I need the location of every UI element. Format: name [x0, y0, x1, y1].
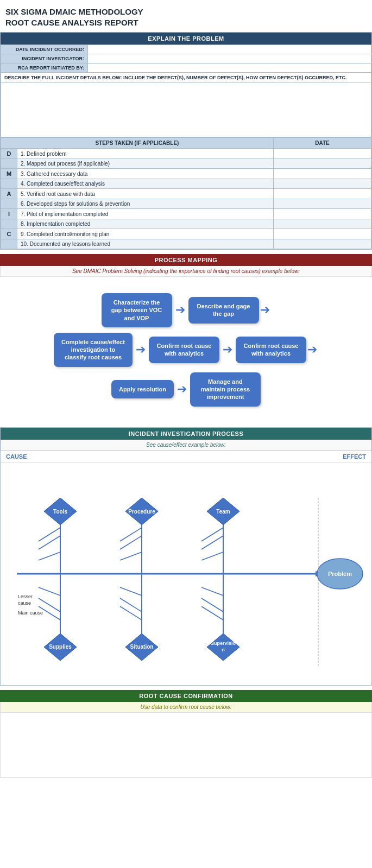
svg-line-13 [201, 528, 223, 541]
flow-row-3: Apply resolution ➔ Manage and maintain p… [5, 372, 367, 407]
flow-box-3: Confirm root cause with analytics [149, 337, 219, 363]
svg-line-24 [201, 587, 223, 595]
arrow-2: ➔ [136, 344, 146, 356]
phase-cell [1, 159, 17, 169]
investigator-row: INCIDENT INVESTIGATOR: [1, 54, 371, 64]
incident-header: Incident Investigation Process [1, 428, 371, 440]
step-row: A5. Verified root cause with data [1, 189, 371, 199]
date-cell[interactable] [274, 149, 371, 159]
svg-text:Situation: Situation [130, 644, 154, 650]
svg-line-20 [120, 587, 142, 595]
svg-line-19 [120, 598, 142, 612]
svg-text:Main cause: Main cause [18, 610, 43, 616]
svg-line-5 [39, 528, 60, 541]
svg-text:Team: Team [216, 509, 230, 515]
svg-line-23 [201, 598, 223, 612]
steps-col-header: STEPS TAKEN (IF APPLICABLE) [1, 138, 274, 149]
phase-cell: M [1, 169, 17, 179]
date-cell[interactable] [274, 189, 371, 199]
arrow-1: ➔ [260, 304, 270, 316]
flow-box-4: Confirm root cause with analytics [236, 337, 306, 363]
report-title-block: SIX SIGMA DMAIC METHODOLOGY ROOT CAUSE A… [0, 0, 372, 32]
flow-box-2: Complete cause/effect investigation to c… [54, 333, 133, 367]
step-row: 6. Developed steps for solutions & preve… [1, 199, 371, 209]
rca-value[interactable] [88, 64, 371, 73]
svg-text:Supervisio: Supervisio [211, 641, 236, 646]
date-cell[interactable] [274, 239, 371, 249]
cause-effect-row: CAUSE EFFECT [1, 451, 371, 462]
investigator-value[interactable] [88, 54, 371, 64]
step-row: 2. Mapped out process (if applicable) [1, 159, 371, 169]
flow-box-1: Describe and gage the gap [188, 297, 259, 324]
svg-text:Problem: Problem [328, 571, 352, 577]
svg-line-16 [39, 587, 60, 595]
step-row: M3. Gathered necessary data [1, 169, 371, 179]
date-cell[interactable] [274, 159, 371, 169]
date-cell[interactable] [274, 229, 371, 239]
investigator-label: INCIDENT INVESTIGATOR: [1, 54, 88, 64]
title-line1: SIX SIGMA DMAIC METHODOLOGY [5, 7, 367, 17]
rca-label: RCA REPORT INITIATED BY: [1, 64, 88, 73]
textarea-cell[interactable] [1, 83, 371, 137]
incident-sub: See cause/effect example below: [1, 440, 371, 451]
phase-cell [1, 199, 17, 209]
date-cell[interactable] [274, 199, 371, 209]
step-cell: 7. Pilot of implementation completed [17, 209, 274, 219]
step-cell: 6. Developed steps for solutions & preve… [17, 199, 274, 209]
phase-cell [1, 219, 17, 229]
phase-cell: C [1, 229, 17, 239]
svg-line-21 [120, 606, 142, 620]
svg-line-12 [201, 552, 223, 560]
svg-line-8 [120, 552, 142, 560]
phase-cell: I [1, 209, 17, 219]
flow-row-1: Characterize the gap between VOC and VOP… [5, 293, 367, 327]
date-cell[interactable] [274, 169, 371, 179]
process-mapping-header: PROCESS MAPPING [0, 254, 372, 266]
step-cell: 3. Gathered necessary data [17, 169, 274, 179]
date-cell[interactable] [274, 209, 371, 219]
describe-row: DESCRIBE THE FULL INCIDENT DETAILS BELOW… [1, 73, 371, 83]
textarea-row [1, 83, 371, 137]
step-cell: 9. Completed control/monitoring plan [17, 229, 274, 239]
date-value[interactable] [88, 45, 371, 54]
date-cell[interactable] [274, 219, 371, 229]
arrow-0: ➔ [175, 304, 185, 316]
date-cell[interactable] [274, 179, 371, 189]
svg-line-4 [39, 552, 60, 560]
root-cause-header: ROOT CAUSE CONFIRMATION [0, 690, 372, 702]
step-row: 8. Implementation completed [1, 219, 371, 229]
steps-table: STEPS TAKEN (IF APPLICABLE) DATE D1. Def… [1, 137, 371, 249]
phase-cell: D [1, 149, 17, 159]
date-label: DATE INCIDENT OCCURRED: [1, 45, 88, 54]
explain-header: EXPLAIN THE PROBLEM [1, 33, 371, 45]
phase-cell [1, 179, 17, 189]
flow-row-2: Complete cause/effect investigation to c… [5, 333, 367, 367]
describe-label: DESCRIBE THE FULL INCIDENT DETAILS BELOW… [1, 73, 371, 83]
svg-line-25 [201, 606, 223, 620]
step-cell: 2. Mapped out process (if applicable) [17, 159, 274, 169]
fishbone-container: Tools Procedure Team Supplies Situation … [1, 462, 371, 685]
step-cell: 4. Completed cause/effect analysis [17, 179, 274, 189]
root-cause-section: ROOT CAUSE CONFIRMATION Use data to conf… [0, 690, 372, 778]
step-row: C9. Completed control/monitoring plan [1, 229, 371, 239]
step-cell: 1. Defined problem [17, 149, 274, 159]
root-cause-body[interactable] [0, 713, 372, 778]
phase-cell [1, 239, 17, 249]
steps-header: STEPS TAKEN (IF APPLICABLE) DATE [1, 138, 371, 149]
step-row: D1. Defined problem [1, 149, 371, 159]
flow-box-0: Characterize the gap between VOC and VOP [102, 293, 172, 327]
flow-box-5: Apply resolution [111, 380, 174, 398]
date-row: DATE INCIDENT OCCURRED: [1, 45, 371, 54]
flow-box-6: Manage and maintain process improvement [190, 372, 261, 407]
root-cause-sub: Use data to confirm root cause below: [0, 702, 372, 713]
svg-line-11 [201, 536, 223, 549]
arrow-4: ➔ [307, 344, 317, 356]
effect-label: EFFECT [343, 453, 366, 460]
svg-text:Tools: Tools [53, 509, 67, 515]
step-cell: 5. Verified root cause with data [17, 189, 274, 199]
step-row: 10. Documented any lessons learned [1, 239, 371, 249]
title-line2: ROOT CAUSE ANALYSIS REPORT [5, 17, 367, 28]
arrow-3: ➔ [223, 344, 232, 356]
step-row: 4. Completed cause/effect analysis [1, 179, 371, 189]
svg-text:n: n [222, 647, 225, 652]
